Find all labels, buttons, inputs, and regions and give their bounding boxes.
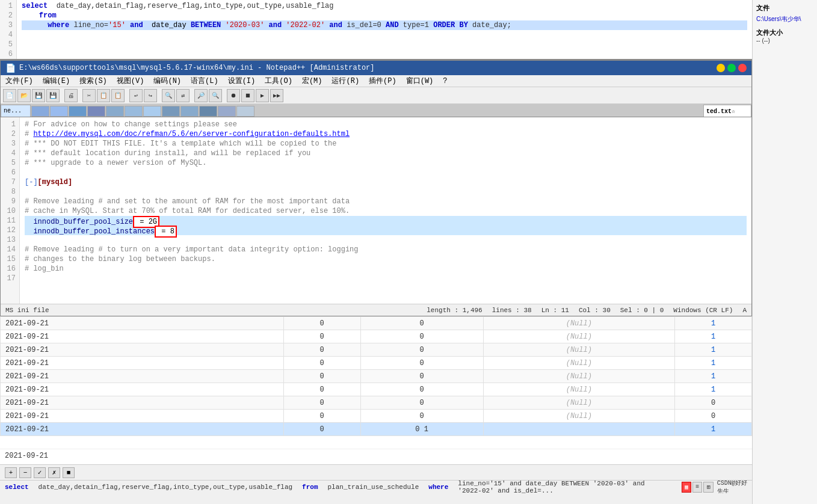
sql-line-1: select date_day,detain_flag,reserve_flag… xyxy=(22,1,747,11)
tab-active[interactable]: ted.txt☆ xyxy=(703,105,751,117)
tb-macro-run[interactable]: ▶▶ xyxy=(270,89,283,102)
more-view-btn[interactable]: ⊞ xyxy=(703,482,713,493)
editor-line-4: # *** default location during install, a… xyxy=(25,149,747,158)
tb-save[interactable]: 💾 xyxy=(32,89,45,102)
tab-12[interactable] xyxy=(218,106,236,117)
bottom-sql-bar: select date_day,detain_flag,reserve_flag… xyxy=(0,480,752,493)
tb-macro-stop[interactable]: ⏹ xyxy=(241,89,254,102)
tab-8[interactable] xyxy=(143,106,161,117)
tab-9[interactable] xyxy=(162,106,180,117)
tab-6[interactable] xyxy=(106,106,124,117)
main-content: 1 2 3 4 5 6 7 select date_day,detain_fla… xyxy=(0,0,752,504)
menu-encode[interactable]: 编码(N) xyxy=(151,76,183,86)
toolbar: 📄 📂 💾 💾 🖨 ✂ 📋 📋 ↩ ↪ 🔍 ⇄ 🔎 🔍 xyxy=(1,87,751,104)
table-row: 2021-09-2100(Null)1 xyxy=(1,330,752,343)
menu-run[interactable]: 运行(R) xyxy=(329,76,362,86)
tab-10[interactable] xyxy=(180,106,199,117)
table-cell: 0 xyxy=(283,423,360,436)
top-sql-line-numbers: 1 2 3 4 5 6 7 xyxy=(0,0,17,59)
menu-lang[interactable]: 语言(L) xyxy=(188,76,221,86)
notepad-icon: 📄 xyxy=(5,63,16,73)
bt-stop[interactable]: ■ xyxy=(63,467,75,478)
tb-macro-play[interactable]: ▶ xyxy=(256,89,269,102)
menu-help[interactable]: ? xyxy=(440,77,449,85)
editor-area: 1 2 3 4 5 6 7 8 9 10 11 12 13 14 15 16 1 xyxy=(1,117,751,304)
length-status: length : 1,496 xyxy=(427,307,482,314)
menu-search[interactable]: 搜索(S) xyxy=(77,76,109,86)
title-text: E:\ws66ds\supporttools\msql\mysql-5.6.17… xyxy=(19,64,375,72)
editor-line-5: # *** upgrade to a newer version of MySQ… xyxy=(25,158,747,168)
table-cell-flag: 0 xyxy=(675,410,752,423)
editor-line-12: innodb_buffer_pool_instances = 8 xyxy=(25,226,747,235)
grid-view-btn[interactable]: ▦ xyxy=(682,482,691,493)
tb-zoom-in[interactable]: 🔎 xyxy=(194,89,208,102)
tb-zoom-out[interactable]: 🔍 xyxy=(209,89,222,102)
menu-tools[interactable]: 工具(O) xyxy=(262,76,295,86)
table-cell-null: (Null) xyxy=(483,343,674,357)
editor-line-1: # For advice on how to change settings p… xyxy=(25,120,747,129)
table-cell: 0 xyxy=(283,410,360,423)
table-cell-null: (Null) xyxy=(483,357,674,370)
tb-macro-rec[interactable]: ⏺ xyxy=(227,89,240,102)
editor-line-16: # log_bin xyxy=(25,264,747,274)
menu-macro[interactable]: 宏(M) xyxy=(300,76,325,86)
bottom-right-icons: ▦ ≡ ⊞ CSDN@好好先生 xyxy=(682,480,747,493)
tab-11[interactable] xyxy=(199,106,217,117)
sr-size-val: -- (--) xyxy=(756,37,813,44)
tb-new[interactable]: 📄 xyxy=(3,89,16,102)
bt-remove[interactable]: − xyxy=(19,467,31,478)
menu-view[interactable]: 视图(V) xyxy=(114,76,147,86)
bt-add[interactable]: + xyxy=(5,467,17,478)
tb-replace[interactable]: ⇄ xyxy=(176,89,190,102)
tb-find[interactable]: 🔍 xyxy=(162,89,175,102)
close-btn[interactable] xyxy=(738,64,747,72)
maximize-btn[interactable] xyxy=(727,64,736,72)
table-cell: 0 xyxy=(360,330,483,343)
minimize-btn[interactable] xyxy=(717,64,725,72)
editor-text-area[interactable]: # For advice on how to change settings p… xyxy=(20,117,751,304)
menu-plugins[interactable]: 插件(P) xyxy=(366,76,399,86)
tb-redo[interactable]: ↪ xyxy=(144,89,157,102)
menu-bar: 文件(F) 编辑(E) 搜索(S) 视图(V) 编码(N) 语言(L) 设置(I… xyxy=(1,75,751,87)
menu-edit[interactable]: 编辑(E) xyxy=(40,76,73,86)
table-cell-flag: 1 xyxy=(675,357,752,370)
bt-cancel[interactable]: ✗ xyxy=(48,467,60,478)
table-cell-null: (Null) xyxy=(483,396,674,410)
bsql-table: plan_train_use_schedule xyxy=(327,484,419,491)
red-box-instances: = 8 xyxy=(155,226,177,238)
bsql-cols: date_day,detain_flag,reserve_flag,into_t… xyxy=(39,484,292,491)
data-grid-body: 2021-09-2100(Null)12021-09-2100(Null)120… xyxy=(1,317,752,436)
tab-7[interactable] xyxy=(125,106,143,117)
table-row: 2021-09-2100(Null)1 xyxy=(1,357,752,370)
tab-4[interactable] xyxy=(69,106,87,117)
table-cell: 2021-09-21 xyxy=(1,357,284,370)
tb-paste[interactable]: 📋 xyxy=(111,89,125,102)
editor-line-10: # cache in MySQL. Start at 70% of total … xyxy=(25,206,747,216)
tb-undo[interactable]: ↩ xyxy=(129,89,143,102)
tb-copy[interactable]: 📋 xyxy=(97,89,110,102)
table-cell-null: (Null) xyxy=(483,383,674,396)
menu-file[interactable]: 文件(F) xyxy=(3,76,35,86)
menu-window[interactable]: 窗口(W) xyxy=(404,76,436,86)
tab-new[interactable]: ne... xyxy=(1,105,31,117)
line-gutter: 1 2 3 4 5 6 7 8 9 10 11 12 13 14 15 16 1 xyxy=(1,117,20,304)
bt-confirm[interactable]: ✓ xyxy=(34,467,46,478)
table-cell: 2021-09-21 xyxy=(1,330,284,343)
tb-open[interactable]: 📂 xyxy=(17,89,31,102)
editor-line-3: # *** DO NOT EDIT THIS FILE. It's a temp… xyxy=(25,139,747,149)
tb-cut[interactable]: ✂ xyxy=(82,89,96,102)
tb-save-all[interactable]: 💾 xyxy=(46,89,60,102)
file-type-status: MS ini file xyxy=(5,307,49,314)
table-cell-flag: 1 xyxy=(675,370,752,383)
table-cell-null: (Null) xyxy=(483,330,674,343)
tb-print[interactable]: 🖨 xyxy=(64,89,78,102)
table-cell-null: (Null) xyxy=(483,317,674,330)
list-view-btn[interactable]: ≡ xyxy=(692,482,702,493)
menu-settings[interactable]: 设置(I) xyxy=(226,76,258,86)
tab-13[interactable] xyxy=(236,106,254,117)
fold-icon-mysqld[interactable]: [-] xyxy=(25,178,38,186)
tab-5[interactable] xyxy=(87,106,105,117)
tab-3[interactable] xyxy=(50,106,68,117)
table-cell: 2021-09-21 xyxy=(1,410,284,423)
tab-2[interactable] xyxy=(31,106,49,117)
